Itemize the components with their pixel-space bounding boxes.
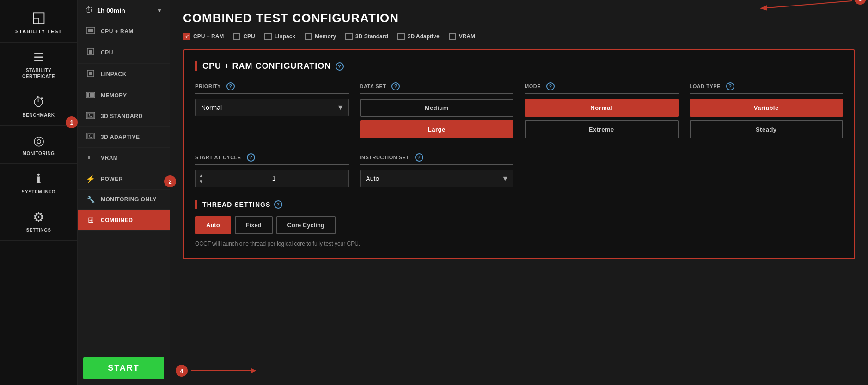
data-set-large-btn[interactable]: Large bbox=[360, 120, 514, 138]
thread-btn-group: Auto Fixed Core Cycling bbox=[195, 216, 843, 234]
nav-label: MEMORY bbox=[101, 92, 127, 99]
3d-adaptive-icon bbox=[85, 133, 96, 141]
load-type-variable-btn[interactable]: Variable bbox=[690, 99, 844, 117]
secondary-nav: ⏱ 1h 00min ▼ CPU + RAM CPU LINPACK MEMOR… bbox=[78, 0, 170, 385]
checkbox-cpu[interactable]: CPU bbox=[233, 33, 255, 40]
annotation-4-arrow bbox=[191, 366, 265, 375]
clock-icon: ⏱ bbox=[85, 6, 93, 15]
mode-normal-btn[interactable]: Normal bbox=[525, 99, 679, 117]
thread-core-cycling-btn[interactable]: Core Cycling bbox=[276, 216, 336, 234]
checkbox-linpack-box bbox=[264, 33, 272, 40]
nav-item-linpack[interactable]: LINPACK bbox=[78, 64, 170, 85]
start-at-cycle-field: START AT CYCLE ? ▲ ▼ bbox=[195, 153, 349, 187]
start-at-cycle-help-icon[interactable]: ? bbox=[247, 153, 255, 162]
nav-item-power[interactable]: ⚡ POWER bbox=[78, 168, 170, 190]
nav-item-cpu-ram[interactable]: CPU + RAM bbox=[78, 21, 170, 42]
sidebar-item-stability-test[interactable]: ◱ STABILITY TEST bbox=[0, 0, 77, 43]
mode-label: MODE bbox=[525, 84, 541, 89]
sidebar-item-system-info[interactable]: ℹ SYSTEM INFO bbox=[0, 164, 77, 202]
sidebar-item-monitoring[interactable]: ◎ MONITORING bbox=[0, 126, 77, 164]
instruction-set-help-icon[interactable]: ? bbox=[415, 153, 423, 162]
nav-item-monitoring-only[interactable]: 🔧 MONITORING ONLY bbox=[78, 190, 170, 210]
svg-point-15 bbox=[89, 135, 92, 138]
config-panel-title: CPU + RAM CONFIGURATION ? bbox=[195, 61, 843, 71]
increment-btn[interactable]: ▲ bbox=[198, 173, 204, 179]
checkbox-cpu-ram-label: CPU + RAM bbox=[193, 33, 224, 40]
nav-item-vram[interactable]: VRAM bbox=[78, 148, 170, 168]
start-at-cycle-label: START AT CYCLE bbox=[195, 155, 241, 160]
svg-line-18 bbox=[762, 1, 852, 8]
nav-item-combined[interactable]: ⊞ COMBINED bbox=[78, 210, 170, 231]
checkbox-linpack[interactable]: Linpack bbox=[264, 33, 295, 40]
combined-icon: ⊞ bbox=[85, 216, 96, 224]
sidebar-item-stability-certificate[interactable]: ☰ STABILITYCERTIFICATE bbox=[0, 43, 77, 87]
cpu-ram-icon bbox=[85, 27, 96, 36]
annotation-3-arrow bbox=[734, 0, 854, 11]
config-panel: CPU + RAM CONFIGURATION ? PRIORITY ? Nor… bbox=[183, 49, 855, 259]
priority-help-icon[interactable]: ? bbox=[226, 82, 235, 90]
mode-extreme-btn[interactable]: Extreme bbox=[525, 120, 679, 138]
annotation-4-area: 4 bbox=[176, 365, 265, 377]
config-help-icon[interactable]: ? bbox=[336, 62, 344, 71]
sidebar-item-label: MONITORING bbox=[23, 151, 55, 156]
number-arrows: ▲ ▼ bbox=[196, 172, 207, 186]
checkbox-vram[interactable]: VRAM bbox=[449, 33, 475, 40]
vram-icon bbox=[85, 154, 96, 162]
checkbox-3d-adaptive[interactable]: 3D Adaptive bbox=[397, 33, 440, 40]
linpack-icon bbox=[85, 70, 96, 79]
stability-cert-icon: ☰ bbox=[33, 50, 44, 65]
nav-label: LINPACK bbox=[101, 71, 127, 78]
main-content: 1 COMBINED TEST CONFIGURATION CPU + RAM … bbox=[170, 0, 868, 385]
thread-fixed-btn[interactable]: Fixed bbox=[235, 216, 273, 234]
checkbox-cpu-box bbox=[233, 33, 240, 40]
data-set-label: DATA SET bbox=[360, 84, 386, 89]
load-type-field: LOAD TYPE ? Variable Steady bbox=[690, 82, 844, 138]
system-info-icon: ℹ bbox=[36, 171, 41, 186]
instruction-set-select[interactable]: Auto SSE2 AVX AVX2 AVX512 bbox=[360, 170, 514, 187]
sidebar: ◱ STABILITY TEST ☰ STABILITYCERTIFICATE … bbox=[0, 0, 78, 385]
svg-rect-1 bbox=[88, 29, 93, 32]
annotation-4: 4 bbox=[176, 365, 188, 377]
load-type-help-icon[interactable]: ? bbox=[726, 82, 734, 90]
config-title-text: CPU + RAM CONFIGURATION bbox=[202, 61, 331, 71]
time-selector[interactable]: ⏱ 1h 00min ▼ bbox=[78, 0, 170, 21]
empty-col-2 bbox=[690, 153, 844, 187]
checkbox-cpu-ram-box bbox=[183, 33, 190, 40]
nav-item-memory[interactable]: MEMORY bbox=[78, 85, 170, 106]
load-type-steady-btn[interactable]: Steady bbox=[690, 120, 844, 138]
nav-item-cpu[interactable]: CPU bbox=[78, 42, 170, 64]
decrement-btn[interactable]: ▼ bbox=[198, 179, 204, 185]
stability-test-icon: ◱ bbox=[32, 8, 46, 26]
checkbox-memory[interactable]: Memory bbox=[305, 33, 336, 40]
start-at-cycle-input[interactable] bbox=[207, 170, 348, 187]
sidebar-item-settings[interactable]: ⚙ SETTINGS bbox=[0, 202, 77, 241]
checkbox-3d-standard[interactable]: 3D Standard bbox=[345, 33, 388, 40]
benchmark-icon: ⏱ bbox=[32, 95, 45, 110]
thread-settings-label: THREAD SETTINGS bbox=[202, 201, 270, 208]
instruction-set-select-wrapper: Auto SSE2 AVX AVX2 AVX512 ▼ bbox=[360, 170, 514, 187]
mode-help-icon[interactable]: ? bbox=[546, 82, 555, 90]
mode-btn-group: Normal Extreme bbox=[525, 99, 679, 138]
thread-auto-btn[interactable]: Auto bbox=[195, 216, 231, 234]
thread-settings-help-icon[interactable]: ? bbox=[274, 200, 282, 209]
checkbox-vram-label: VRAM bbox=[459, 33, 475, 40]
thread-settings-title: THREAD SETTINGS ? bbox=[195, 200, 843, 209]
start-button[interactable]: START bbox=[83, 357, 164, 379]
sidebar-item-label: SYSTEM INFO bbox=[22, 189, 55, 194]
test-type-bar: CPU + RAM CPU Linpack Memory 3D Standard… bbox=[183, 33, 855, 40]
checkbox-cpu-ram[interactable]: CPU + RAM bbox=[183, 33, 224, 40]
svg-rect-9 bbox=[92, 93, 94, 97]
priority-select[interactable]: Normal Low High Realtime bbox=[195, 99, 349, 116]
svg-rect-8 bbox=[90, 93, 92, 97]
nav-label: 3D STANDARD bbox=[101, 113, 143, 120]
thread-description: OCCT will launch one thread per logical … bbox=[195, 241, 843, 247]
nav-item-3d-standard[interactable]: 3D STANDARD bbox=[78, 106, 170, 127]
data-set-medium-btn[interactable]: Medium bbox=[360, 99, 514, 117]
checkbox-3d-adaptive-box bbox=[397, 33, 405, 40]
instruction-set-label: INSTRUCTION SET bbox=[360, 155, 410, 160]
data-set-help-icon[interactable]: ? bbox=[391, 82, 400, 90]
nav-label: COMBINED bbox=[101, 217, 133, 223]
nav-item-3d-adaptive[interactable]: 3D ADAPTIVE bbox=[78, 127, 170, 148]
data-set-field: DATA SET ? Medium Large bbox=[360, 82, 514, 138]
checkbox-vram-box bbox=[449, 33, 456, 40]
